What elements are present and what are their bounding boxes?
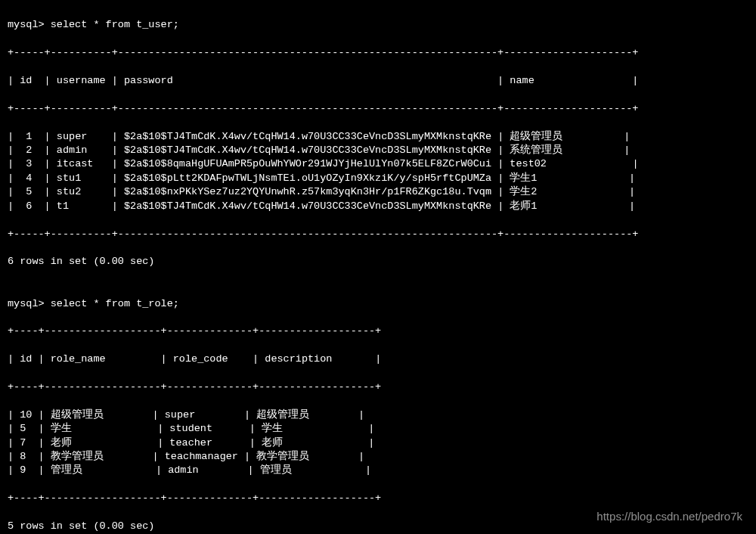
cell-name: 超级管理员 <box>510 131 562 142</box>
table1-footer: 6 rows in set (0.00 sec) <box>8 255 748 269</box>
cell-role-code: teachmanager <box>165 451 238 462</box>
table1-header: | id | username | password | name | <box>8 74 748 88</box>
cell-description: 老师 <box>262 437 283 449</box>
cell-role-code: student <box>169 423 243 434</box>
cell-id: 10 <box>20 409 32 421</box>
cell-id: 9 <box>20 464 32 476</box>
cell-description: 教学管理员 <box>256 451 309 462</box>
cell-username: super <box>57 131 106 142</box>
col-username: username <box>57 75 106 86</box>
cell-role-name: 老师 <box>51 437 72 449</box>
terminal-output: mysql> select * from t_user; +-----+----… <box>0 0 756 534</box>
table-row: | 8 | 教学管理员 | teachmanager | 教学管理员 | <box>8 450 748 464</box>
col-role-code: role_code <box>173 353 228 365</box>
table-row: | 4 | stu1 | $2a$10$pLtt2KDAFpwTWLjNsmTE… <box>8 172 748 185</box>
cell-description: 学生 <box>262 423 283 434</box>
cell-tail: | <box>537 186 635 197</box>
sql-command-2: select * from t_role; <box>45 298 179 309</box>
cell-username: stu2 <box>57 186 106 197</box>
cell-role-name: 超级管理员 <box>51 409 104 421</box>
col-name: name <box>510 75 534 86</box>
table-row: | 6 | t1 | $2a$10$TJ4TmCdK.X4wv/tCqHW14.… <box>8 200 748 213</box>
cell-password: $2a$10$nxPKkYSez7uz2YQYUnwhR.z57km3yqKn3… <box>124 186 491 197</box>
cell-tail: | <box>537 172 635 184</box>
table1-border-top: +-----+----------+----------------------… <box>8 46 748 60</box>
cell-username: admin <box>57 144 106 156</box>
cell-tail: | <box>537 200 635 212</box>
cell-role-code: teacher <box>169 437 243 449</box>
table1-border-mid: +-----+----------+----------------------… <box>8 102 748 116</box>
cell-id: 5 <box>20 423 32 434</box>
mysql-prompt: mysql> <box>8 298 45 309</box>
table-row: | 5 | 学生 | student | 学生 | <box>8 422 748 436</box>
cell-tail: | <box>547 158 639 169</box>
sql-command-1: select * from t_user; <box>45 19 179 30</box>
table2-border-bot: +----+-------------------+--------------… <box>8 492 748 505</box>
cell-username: itcast <box>57 158 106 169</box>
col-id: id <box>20 75 32 86</box>
cell-password: $2a$10$TJ4TmCdK.X4wv/tCqHW14.w70U3CC33Ce… <box>124 200 491 212</box>
cell-tail: | <box>562 144 630 156</box>
cell-role-code: super <box>165 409 238 421</box>
query-line-2: mysql> select * from t_role; <box>8 297 748 311</box>
col-id: id <box>20 353 32 365</box>
cell-username: stu1 <box>57 172 106 184</box>
cell-role-name: 教学管理员 <box>51 451 104 462</box>
cell-name: 老师1 <box>510 200 537 212</box>
col-password: password <box>124 75 173 86</box>
cell-role-name: 学生 <box>51 423 72 434</box>
cell-id: 8 <box>20 451 32 462</box>
query-line-1: mysql> select * from t_user; <box>8 18 748 32</box>
table-row: | 9 | 管理员 | admin | 管理员 | <box>8 464 748 477</box>
cell-name: 系统管理员 <box>510 144 562 156</box>
table-row: | 1 | super | $2a$10$TJ4TmCdK.X4wv/tCqHW… <box>8 130 748 144</box>
cell-tail: | <box>562 131 630 142</box>
cell-description: 超级管理员 <box>256 409 309 421</box>
table2-header: | id | role_name | role_code | descripti… <box>8 352 748 366</box>
cell-id: 7 <box>20 437 32 449</box>
table-row: | 7 | 老师 | teacher | 老师 | <box>8 436 748 450</box>
col-role-name: role_name <box>51 353 106 365</box>
cell-description: 管理员 <box>260 464 292 476</box>
table-row: | 5 | stu2 | $2a$10$nxPKkYSez7uz2YQYUnwh… <box>8 185 748 199</box>
cell-name: 学生1 <box>510 172 537 184</box>
cell-role-name: 管理员 <box>51 464 82 476</box>
table2-border-mid: +----+-------------------+--------------… <box>8 380 748 394</box>
table1-border-bot: +-----+----------+----------------------… <box>8 228 748 241</box>
table-row: | 2 | admin | $2a$10$TJ4TmCdK.X4wv/tCqHW… <box>8 144 748 157</box>
cell-role-code: admin <box>168 464 241 476</box>
cell-name: test02 <box>510 158 547 169</box>
cell-username: t1 <box>57 200 106 212</box>
mysql-prompt: mysql> <box>8 19 45 30</box>
col-description: description <box>265 353 332 365</box>
cell-password: $2a$10$TJ4TmCdK.X4wv/tCqHW14.w70U3CC33Ce… <box>124 144 491 156</box>
table-row: | 10 | 超级管理员 | super | 超级管理员 | <box>8 408 748 422</box>
watermark: https://blog.csdn.net/pedro7k <box>596 510 742 523</box>
cell-password: $2a$10$8qmaHgUFUAmPR5pOuWhYWOr291WJYjHel… <box>124 158 491 169</box>
cell-password: $2a$10$pLtt2KDAFpwTWLjNsmTEi.oU1yOZyIn9X… <box>124 172 491 184</box>
table2-border-top: +----+-------------------+--------------… <box>8 324 748 338</box>
cell-name: 学生2 <box>510 186 537 197</box>
cell-password: $2a$10$TJ4TmCdK.X4wv/tCqHW14.w70U3CC33Ce… <box>124 131 491 142</box>
table-row: | 3 | itcast | $2a$10$8qmaHgUFUAmPR5pOuW… <box>8 157 748 171</box>
